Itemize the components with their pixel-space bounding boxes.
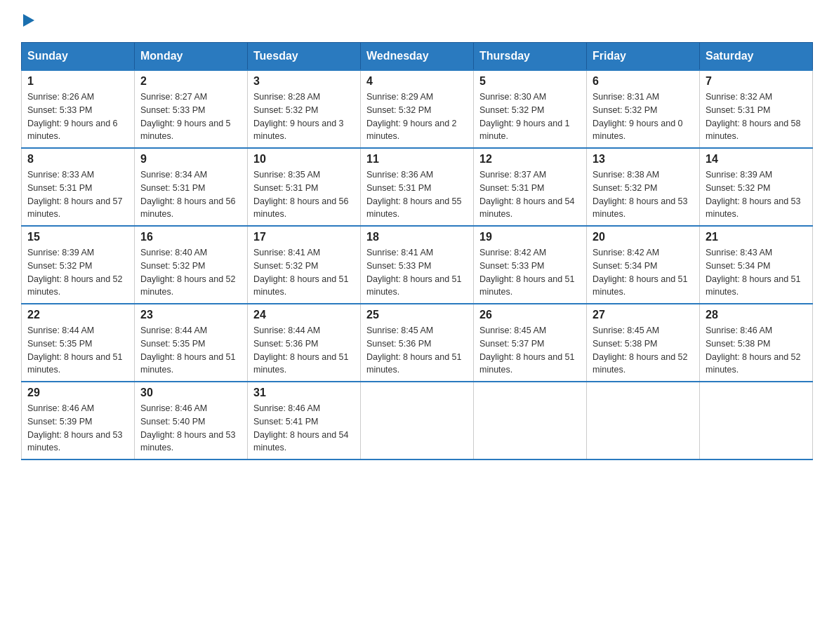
calendar-cell: 8 Sunrise: 8:33 AM Sunset: 5:31 PM Dayli… (22, 148, 135, 226)
day-info: Sunrise: 8:46 AM Sunset: 5:38 PM Dayligh… (706, 324, 807, 377)
calendar-cell: 27 Sunrise: 8:45 AM Sunset: 5:38 PM Dayl… (587, 304, 700, 382)
calendar-cell: 31 Sunrise: 8:46 AM Sunset: 5:41 PM Dayl… (248, 382, 361, 459)
weekday-header-monday: Monday (135, 43, 248, 71)
day-info: Sunrise: 8:32 AM Sunset: 5:31 PM Dayligh… (706, 90, 807, 143)
day-info: Sunrise: 8:27 AM Sunset: 5:33 PM Dayligh… (140, 90, 241, 143)
logo (21, 14, 34, 28)
day-number: 2 (140, 75, 241, 88)
day-info: Sunrise: 8:38 AM Sunset: 5:32 PM Dayligh… (593, 168, 694, 221)
calendar-table: SundayMondayTuesdayWednesdayThursdayFrid… (21, 42, 813, 460)
day-number: 4 (366, 75, 468, 88)
day-info: Sunrise: 8:31 AM Sunset: 5:32 PM Dayligh… (593, 90, 694, 143)
day-info: Sunrise: 8:39 AM Sunset: 5:32 PM Dayligh… (27, 246, 128, 299)
day-info: Sunrise: 8:30 AM Sunset: 5:32 PM Dayligh… (479, 90, 581, 143)
calendar-cell: 11 Sunrise: 8:36 AM Sunset: 5:31 PM Dayl… (361, 148, 474, 226)
calendar-cell: 12 Sunrise: 8:37 AM Sunset: 5:31 PM Dayl… (474, 148, 587, 226)
calendar-cell: 19 Sunrise: 8:42 AM Sunset: 5:33 PM Dayl… (474, 226, 587, 304)
day-info: Sunrise: 8:45 AM Sunset: 5:38 PM Dayligh… (593, 324, 694, 377)
day-number: 25 (366, 309, 468, 321)
calendar-cell: 14 Sunrise: 8:39 AM Sunset: 5:32 PM Dayl… (700, 148, 813, 226)
day-info: Sunrise: 8:34 AM Sunset: 5:31 PM Dayligh… (140, 168, 241, 221)
day-info: Sunrise: 8:43 AM Sunset: 5:34 PM Dayligh… (706, 246, 807, 299)
calendar-cell: 23 Sunrise: 8:44 AM Sunset: 5:35 PM Dayl… (135, 304, 248, 382)
day-number: 31 (253, 387, 355, 399)
calendar-cell: 15 Sunrise: 8:39 AM Sunset: 5:32 PM Dayl… (22, 226, 135, 304)
calendar-cell (587, 382, 700, 459)
calendar-cell: 17 Sunrise: 8:41 AM Sunset: 5:32 PM Dayl… (248, 226, 361, 304)
day-info: Sunrise: 8:35 AM Sunset: 5:31 PM Dayligh… (253, 168, 355, 221)
calendar-cell: 21 Sunrise: 8:43 AM Sunset: 5:34 PM Dayl… (700, 226, 813, 304)
day-number: 22 (27, 309, 128, 321)
calendar-cell: 29 Sunrise: 8:46 AM Sunset: 5:39 PM Dayl… (22, 382, 135, 459)
day-info: Sunrise: 8:42 AM Sunset: 5:34 PM Dayligh… (593, 246, 694, 299)
weekday-header-thursday: Thursday (474, 43, 587, 71)
day-info: Sunrise: 8:37 AM Sunset: 5:31 PM Dayligh… (479, 168, 581, 221)
day-info: Sunrise: 8:44 AM Sunset: 5:35 PM Dayligh… (27, 324, 128, 377)
day-number: 23 (140, 309, 241, 321)
day-number: 26 (479, 309, 581, 321)
calendar-week-5: 29 Sunrise: 8:46 AM Sunset: 5:39 PM Dayl… (22, 382, 813, 459)
calendar-cell: 10 Sunrise: 8:35 AM Sunset: 5:31 PM Dayl… (248, 148, 361, 226)
day-number: 16 (140, 231, 241, 243)
day-number: 5 (479, 75, 581, 88)
calendar-header-row: SundayMondayTuesdayWednesdayThursdayFrid… (22, 43, 813, 71)
calendar-week-1: 1 Sunrise: 8:26 AM Sunset: 5:33 PM Dayli… (22, 70, 813, 148)
day-number: 11 (366, 153, 468, 166)
day-number: 13 (593, 153, 694, 166)
day-number: 18 (366, 231, 468, 243)
calendar-week-3: 15 Sunrise: 8:39 AM Sunset: 5:32 PM Dayl… (22, 226, 813, 304)
day-info: Sunrise: 8:46 AM Sunset: 5:40 PM Dayligh… (140, 402, 241, 455)
calendar-cell: 1 Sunrise: 8:26 AM Sunset: 5:33 PM Dayli… (22, 70, 135, 148)
page-header (21, 14, 813, 28)
day-info: Sunrise: 8:29 AM Sunset: 5:32 PM Dayligh… (366, 90, 468, 143)
day-number: 17 (253, 231, 355, 243)
weekday-header-wednesday: Wednesday (361, 43, 474, 71)
day-info: Sunrise: 8:33 AM Sunset: 5:31 PM Dayligh… (27, 168, 128, 221)
calendar-cell: 3 Sunrise: 8:28 AM Sunset: 5:32 PM Dayli… (248, 70, 361, 148)
calendar-cell: 22 Sunrise: 8:44 AM Sunset: 5:35 PM Dayl… (22, 304, 135, 382)
day-info: Sunrise: 8:46 AM Sunset: 5:39 PM Dayligh… (27, 402, 128, 455)
calendar-cell: 13 Sunrise: 8:38 AM Sunset: 5:32 PM Dayl… (587, 148, 700, 226)
day-number: 3 (253, 75, 355, 88)
day-number: 14 (706, 153, 807, 166)
day-info: Sunrise: 8:28 AM Sunset: 5:32 PM Dayligh… (253, 90, 355, 143)
day-number: 10 (253, 153, 355, 166)
day-info: Sunrise: 8:41 AM Sunset: 5:33 PM Dayligh… (366, 246, 468, 299)
calendar-cell (700, 382, 813, 459)
day-number: 9 (140, 153, 241, 166)
calendar-cell: 18 Sunrise: 8:41 AM Sunset: 5:33 PM Dayl… (361, 226, 474, 304)
calendar-cell: 24 Sunrise: 8:44 AM Sunset: 5:36 PM Dayl… (248, 304, 361, 382)
calendar-cell: 9 Sunrise: 8:34 AM Sunset: 5:31 PM Dayli… (135, 148, 248, 226)
day-info: Sunrise: 8:42 AM Sunset: 5:33 PM Dayligh… (479, 246, 581, 299)
day-number: 7 (706, 75, 807, 88)
day-info: Sunrise: 8:41 AM Sunset: 5:32 PM Dayligh… (253, 246, 355, 299)
weekday-header-sunday: Sunday (22, 43, 135, 71)
day-info: Sunrise: 8:44 AM Sunset: 5:36 PM Dayligh… (253, 324, 355, 377)
day-number: 27 (593, 309, 694, 321)
day-number: 28 (706, 309, 807, 321)
calendar-cell: 2 Sunrise: 8:27 AM Sunset: 5:33 PM Dayli… (135, 70, 248, 148)
calendar-cell (474, 382, 587, 459)
logo-triangle-icon (23, 14, 34, 27)
day-info: Sunrise: 8:45 AM Sunset: 5:36 PM Dayligh… (366, 324, 468, 377)
calendar-cell: 5 Sunrise: 8:30 AM Sunset: 5:32 PM Dayli… (474, 70, 587, 148)
day-number: 30 (140, 387, 241, 399)
calendar-week-2: 8 Sunrise: 8:33 AM Sunset: 5:31 PM Dayli… (22, 148, 813, 226)
calendar-cell: 16 Sunrise: 8:40 AM Sunset: 5:32 PM Dayl… (135, 226, 248, 304)
day-number: 15 (27, 231, 128, 243)
day-info: Sunrise: 8:46 AM Sunset: 5:41 PM Dayligh… (253, 402, 355, 455)
calendar-cell: 20 Sunrise: 8:42 AM Sunset: 5:34 PM Dayl… (587, 226, 700, 304)
day-info: Sunrise: 8:40 AM Sunset: 5:32 PM Dayligh… (140, 246, 241, 299)
weekday-header-tuesday: Tuesday (248, 43, 361, 71)
day-number: 1 (27, 75, 128, 88)
day-number: 12 (479, 153, 581, 166)
day-number: 6 (593, 75, 694, 88)
calendar-cell: 28 Sunrise: 8:46 AM Sunset: 5:38 PM Dayl… (700, 304, 813, 382)
calendar-cell: 26 Sunrise: 8:45 AM Sunset: 5:37 PM Dayl… (474, 304, 587, 382)
day-number: 20 (593, 231, 694, 243)
calendar-cell (361, 382, 474, 459)
calendar-cell: 6 Sunrise: 8:31 AM Sunset: 5:32 PM Dayli… (587, 70, 700, 148)
day-number: 19 (479, 231, 581, 243)
day-number: 8 (27, 153, 128, 166)
day-info: Sunrise: 8:39 AM Sunset: 5:32 PM Dayligh… (706, 168, 807, 221)
